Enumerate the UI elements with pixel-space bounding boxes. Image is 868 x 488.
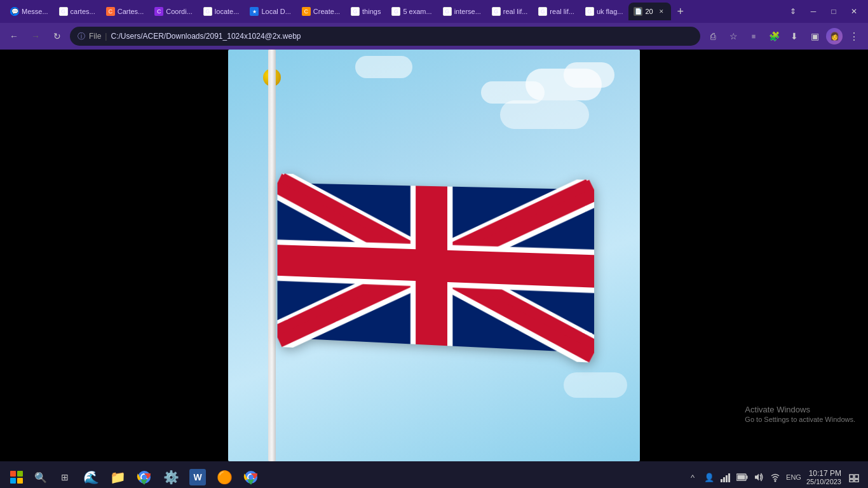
tab-strip: 💬 Messe... G cartes... C Cartes... C Coo…: [5, 0, 778, 23]
wifi-icon[interactable]: [768, 470, 782, 484]
taskbar: 🔍 ⊞ 🌊 📁 ⚙️: [0, 461, 868, 488]
url-bar[interactable]: ⓘ File | C:/Users/ACER/Downloads/2091_10…: [70, 27, 700, 46]
activate-title: Activate Windows: [745, 405, 855, 414]
protocol-label: File: [89, 32, 101, 41]
clock-display[interactable]: 10:17 PM 25/10/2023: [806, 469, 841, 485]
word-icon: W: [189, 469, 206, 485]
window-controls: ⇕ ─ □ ✕: [784, 3, 863, 20]
extensions-button[interactable]: 🧩: [765, 27, 783, 45]
clock-date: 25/10/2023: [806, 478, 841, 485]
tab-close-current[interactable]: ✕: [657, 7, 666, 16]
tab-cartes2[interactable]: C Cartes...: [101, 3, 149, 20]
svg-rect-19: [850, 475, 853, 478]
svg-rect-13: [726, 475, 728, 482]
share-button[interactable]: ⎙: [704, 27, 722, 45]
cloud-5: [500, 100, 589, 129]
chrome2-icon: [243, 469, 259, 485]
system-tray: ^ 👤: [686, 468, 863, 486]
tray-icons: ^ 👤: [686, 470, 803, 484]
taskbar-chrome2-app[interactable]: [239, 464, 263, 488]
new-tab-button[interactable]: +: [672, 3, 689, 20]
bookmark-button[interactable]: ☆: [724, 27, 742, 45]
svg-rect-20: [855, 475, 858, 478]
app1-icon: 🟠: [216, 469, 233, 485]
taskbar-settings-app[interactable]: ⚙️: [159, 464, 183, 488]
clock-time: 10:17 PM: [806, 469, 841, 478]
taskbar-search-button[interactable]: 🔍: [31, 467, 51, 487]
tab-current[interactable]: 📄 20 ✕: [628, 3, 670, 20]
cloud-2: [564, 62, 614, 88]
activate-subtitle: Go to Settings to activate Windows.: [745, 416, 855, 423]
address-bar: ← → ↻ ⓘ File | C:/Users/ACER/Downloads/2…: [0, 23, 868, 50]
tab-5exam[interactable]: G 5 exam...: [386, 3, 437, 20]
info-icon: ⓘ: [78, 31, 85, 42]
taskbar-word-app[interactable]: W: [186, 464, 210, 488]
taskbar-explorer-app[interactable]: 📁: [105, 464, 130, 488]
tab-locald[interactable]: ★ Local D...: [245, 3, 295, 20]
content-area: Activate Windows Go to Settings to activ…: [0, 50, 868, 461]
task-view-icon: ⊞: [61, 472, 69, 482]
tab-reallife2[interactable]: G real lif...: [533, 3, 580, 20]
back-button[interactable]: ←: [5, 27, 23, 45]
notification-button[interactable]: [845, 468, 863, 486]
network-icon[interactable]: [719, 470, 733, 484]
battery-icon[interactable]: [735, 470, 749, 484]
file-explorer-icon: 📁: [109, 469, 126, 485]
cloud-4: [355, 56, 412, 78]
language-label[interactable]: ENG: [785, 470, 803, 484]
flag-image-container: [228, 50, 640, 461]
tab-things[interactable]: G things: [346, 3, 386, 20]
start-button[interactable]: [5, 466, 28, 488]
svg-rect-12: [723, 477, 725, 482]
svg-point-7: [142, 475, 147, 480]
close-button[interactable]: ✕: [845, 3, 863, 20]
title-bar: 💬 Messe... G cartes... C Cartes... C Coo…: [0, 0, 868, 23]
people-icon[interactable]: 👤: [702, 470, 716, 484]
tab-coordi[interactable]: C Coordi...: [149, 3, 198, 20]
chrome-icon: [136, 469, 153, 485]
toolbar-icons: ⎙ ☆ ≡ 🧩 ⬇ ▣ 👩 ⋮: [704, 27, 863, 45]
tab-interse[interactable]: G interse...: [438, 3, 486, 20]
tab-ukflag[interactable]: G uk flag...: [580, 3, 628, 20]
settings-icon: ⚙️: [163, 469, 179, 485]
profile-avatar[interactable]: 👩: [826, 28, 843, 44]
svg-rect-11: [721, 479, 722, 482]
tab-reallife1[interactable]: G real lif...: [487, 3, 533, 20]
svg-rect-17: [738, 475, 745, 480]
tab-messenger[interactable]: 💬 Messe...: [5, 3, 53, 20]
show-hidden-icons-button[interactable]: ^: [686, 470, 700, 484]
svg-rect-21: [850, 480, 853, 482]
tab-create[interactable]: C Create...: [297, 3, 345, 20]
download-button[interactable]: ⬇: [785, 27, 803, 45]
svg-rect-4: [416, 186, 447, 346]
menu-button[interactable]: ⋮: [845, 27, 863, 45]
edge-icon: 🌊: [83, 469, 99, 485]
tab-cartes1[interactable]: G cartes...: [54, 3, 100, 20]
url-text: C:/Users/ACER/Downloads/2091_1024x1024@2…: [111, 32, 693, 41]
taskbar-edge-app[interactable]: 🌊: [79, 464, 103, 488]
svg-rect-14: [728, 473, 730, 482]
svg-rect-16: [747, 476, 748, 479]
svg-point-10: [248, 475, 254, 480]
svg-rect-22: [855, 480, 858, 482]
customize-button[interactable]: ≡: [745, 27, 763, 45]
windows-logo-icon: [10, 471, 23, 484]
svg-point-18: [775, 480, 776, 482]
flagpole: [268, 50, 276, 461]
browser-window: 💬 Messe... G cartes... C Cartes... C Coo…: [0, 0, 868, 488]
task-view-button[interactable]: ⊞: [53, 466, 76, 488]
cloud-6: [564, 372, 627, 398]
volume-icon[interactable]: [752, 470, 766, 484]
taskbar-chrome-app[interactable]: [132, 464, 156, 488]
activate-windows-watermark: Activate Windows Go to Settings to activ…: [745, 405, 855, 423]
tab-locate[interactable]: G locate...: [198, 3, 245, 20]
union-jack-flag: [278, 173, 594, 363]
taskbar-app1[interactable]: 🟠: [212, 464, 236, 488]
maximize-button[interactable]: □: [825, 3, 843, 20]
union-jack-svg: [278, 173, 594, 363]
tabs-dropdown-button[interactable]: ⇕: [784, 3, 802, 20]
forward-button[interactable]: →: [27, 27, 44, 45]
minimize-button[interactable]: ─: [804, 3, 822, 20]
reload-button[interactable]: ↻: [48, 27, 66, 45]
sidebar-button[interactable]: ▣: [806, 27, 824, 45]
